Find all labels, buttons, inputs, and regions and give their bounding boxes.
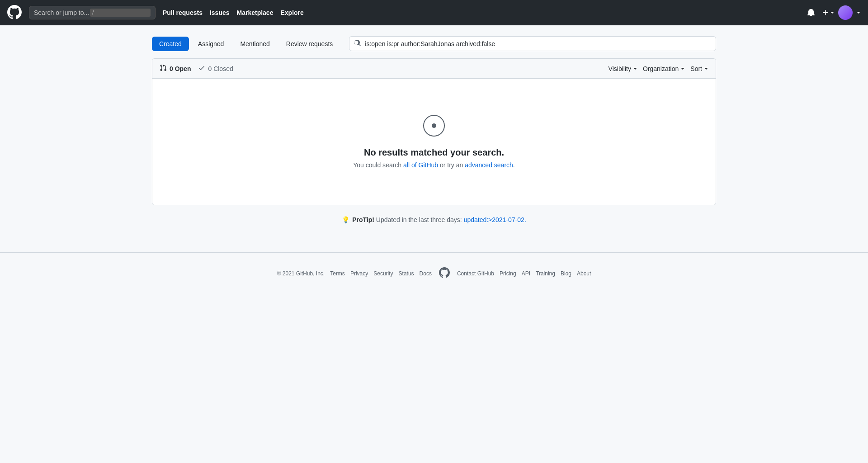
- site-footer: © 2021 GitHub, Inc. Terms Privacy Securi…: [0, 252, 868, 294]
- closed-count-link[interactable]: 0 Closed: [198, 64, 233, 73]
- footer-terms[interactable]: Terms: [330, 270, 345, 277]
- footer-about[interactable]: About: [577, 270, 591, 277]
- empty-state-body: You could search all of GitHub or try an…: [161, 161, 707, 169]
- footer-status[interactable]: Status: [399, 270, 414, 277]
- nav-issues[interactable]: Issues: [210, 6, 230, 19]
- footer-github-logo: [439, 267, 450, 279]
- footer-security[interactable]: Security: [373, 270, 393, 277]
- avatar-dropdown-icon: [856, 10, 861, 15]
- protip-label: ProTip!: [352, 216, 374, 223]
- search-shortcut: /: [90, 9, 151, 17]
- footer-right: Contact GitHub Pricing API Training Blog…: [457, 270, 591, 277]
- nav-explore[interactable]: Explore: [280, 6, 303, 19]
- footer-pricing[interactable]: Pricing: [500, 270, 516, 277]
- tab-review-requests[interactable]: Review requests: [279, 37, 340, 51]
- search-placeholder: Search or jump to...: [34, 9, 90, 16]
- notifications-button[interactable]: [804, 7, 818, 18]
- lightbulb-icon: 💡: [342, 216, 349, 223]
- pr-open-icon: [160, 64, 167, 73]
- footer-privacy[interactable]: Privacy: [350, 270, 368, 277]
- filter-counts: 0 Open 0 Closed: [160, 64, 609, 73]
- open-count-text: 0 Open: [170, 65, 191, 72]
- tabs-bar: Created Assigned Mentioned Review reques…: [152, 36, 716, 51]
- open-count-link[interactable]: 0 Open: [160, 64, 191, 73]
- filter-dropdowns: Visibility Organization Sort: [609, 65, 708, 72]
- empty-state-icon: [423, 115, 445, 137]
- site-header: Search or jump to... / Pull requests Iss…: [0, 0, 868, 25]
- empty-state-heading: No results matched your search.: [161, 147, 707, 158]
- tab-created[interactable]: Created: [152, 37, 189, 51]
- footer-training[interactable]: Training: [536, 270, 555, 277]
- organization-dropdown[interactable]: Organization: [643, 65, 685, 72]
- nav-pull-requests[interactable]: Pull requests: [163, 6, 203, 19]
- tab-mentioned[interactable]: Mentioned: [233, 37, 277, 51]
- footer-contact-github[interactable]: Contact GitHub: [457, 270, 494, 277]
- avatar[interactable]: [838, 5, 853, 20]
- search-field-container: [349, 36, 716, 51]
- sort-dropdown[interactable]: Sort: [690, 65, 708, 72]
- footer-api[interactable]: API: [522, 270, 530, 277]
- protip-section: 💡ProTip! Updated in the last three days:…: [152, 216, 716, 223]
- protip-link[interactable]: updated:>2021-07-02.: [464, 216, 526, 223]
- filter-bar: 0 Open 0 Closed Visibility Organization: [152, 59, 716, 79]
- results-container: 0 Open 0 Closed Visibility Organization: [152, 58, 716, 205]
- add-new-button[interactable]: [822, 9, 835, 16]
- empty-state: No results matched your search. You coul…: [152, 79, 716, 205]
- nav-marketplace[interactable]: Marketplace: [237, 6, 274, 19]
- sort-chevron: [704, 66, 708, 71]
- visibility-chevron: [633, 66, 637, 71]
- github-logo[interactable]: [7, 5, 22, 21]
- protip-text: Updated in the last three days:: [374, 216, 464, 223]
- footer-left: © 2021 GitHub, Inc. Terms Privacy Securi…: [277, 270, 432, 277]
- main-nav: Pull requests Issues Marketplace Explore: [163, 6, 797, 19]
- advanced-search-link[interactable]: advanced search: [465, 161, 513, 169]
- organization-chevron: [680, 66, 685, 71]
- header-actions: [804, 5, 861, 20]
- search-bar[interactable]: Search or jump to... /: [29, 6, 156, 19]
- footer-docs[interactable]: Docs: [420, 270, 432, 277]
- footer-copyright: © 2021 GitHub, Inc.: [277, 270, 325, 277]
- search-icon: [354, 39, 361, 48]
- footer-blog[interactable]: Blog: [561, 270, 571, 277]
- search-input[interactable]: [365, 40, 711, 47]
- main-content: Created Assigned Mentioned Review reques…: [145, 25, 723, 234]
- visibility-dropdown[interactable]: Visibility: [609, 65, 637, 72]
- check-icon: [198, 64, 205, 73]
- all-github-link[interactable]: all of GitHub: [403, 161, 438, 169]
- tab-assigned[interactable]: Assigned: [191, 37, 231, 51]
- closed-count-text: 0 Closed: [208, 65, 233, 72]
